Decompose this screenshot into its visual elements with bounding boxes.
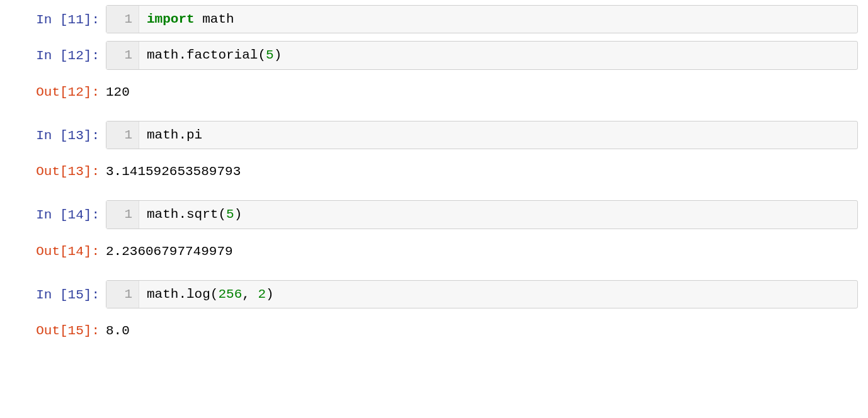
input-cell: In [12]:1math.factorial(5)	[10, 41, 858, 69]
code-token: import	[147, 12, 195, 26]
code-token: )	[274, 48, 282, 62]
code-token: math	[195, 12, 234, 26]
line-number-gutter: 1	[106, 281, 139, 308]
output-cell: Out[14]:2.23606797749979	[10, 237, 858, 260]
output-value: 2.23606797749979	[106, 237, 858, 260]
code-token: ,	[242, 287, 258, 302]
out-prompt: Out[12]:	[10, 77, 106, 101]
code-content[interactable]: math.pi	[139, 121, 210, 149]
code-token: math.sqrt(	[147, 207, 226, 222]
out-prompt: Out[13]:	[10, 157, 106, 180]
in-prompt: In [13]:	[10, 121, 106, 144]
in-prompt: In [14]:	[10, 200, 106, 223]
output-value: 120	[106, 77, 858, 101]
code-token: math.log(	[147, 287, 218, 302]
code-input-area[interactable]: 1math.factorial(5)	[106, 41, 858, 69]
code-content[interactable]: import math	[139, 6, 242, 33]
input-cell: In [14]:1math.sqrt(5)	[10, 200, 858, 229]
code-token: 2	[258, 287, 266, 302]
output-cell: Out[13]:3.141592653589793	[10, 157, 858, 180]
in-prompt: In [11]:	[10, 5, 106, 28]
line-number-gutter: 1	[106, 42, 139, 69]
out-prompt: Out[14]:	[10, 237, 106, 260]
out-prompt: Out[15]:	[10, 316, 106, 339]
output-value: 8.0	[106, 316, 858, 339]
output-cell: Out[12]:120	[10, 77, 858, 101]
code-token: 5	[266, 48, 274, 62]
code-token: 5	[226, 207, 234, 222]
in-prompt: In [15]:	[10, 280, 106, 303]
code-input-area[interactable]: 1math.pi	[106, 121, 858, 149]
input-cell: In [11]:1import math	[10, 5, 858, 33]
code-input-area[interactable]: 1import math	[106, 5, 858, 33]
code-content[interactable]: math.log(256, 2)	[139, 281, 282, 308]
notebook-container: In [11]:1import mathIn [12]:1math.factor…	[10, 5, 858, 360]
in-prompt: In [12]:	[10, 41, 106, 64]
code-token: math.factorial(	[147, 48, 266, 62]
code-input-area[interactable]: 1math.log(256, 2)	[106, 280, 858, 308]
line-number-gutter: 1	[106, 201, 139, 228]
code-token: 256	[218, 287, 242, 302]
code-token: )	[234, 207, 243, 222]
output-cell: Out[15]:8.0	[10, 316, 858, 339]
code-token: math.pi	[147, 128, 202, 142]
output-value: 3.141592653589793	[106, 157, 858, 180]
line-number-gutter: 1	[106, 121, 139, 149]
code-content[interactable]: math.factorial(5)	[139, 42, 289, 69]
input-cell: In [15]:1math.log(256, 2)	[10, 280, 858, 308]
line-number-gutter: 1	[106, 6, 139, 33]
input-cell: In [13]:1math.pi	[10, 121, 858, 149]
code-token: )	[266, 287, 274, 302]
code-input-area[interactable]: 1math.sqrt(5)	[106, 200, 858, 229]
code-content[interactable]: math.sqrt(5)	[139, 201, 249, 228]
